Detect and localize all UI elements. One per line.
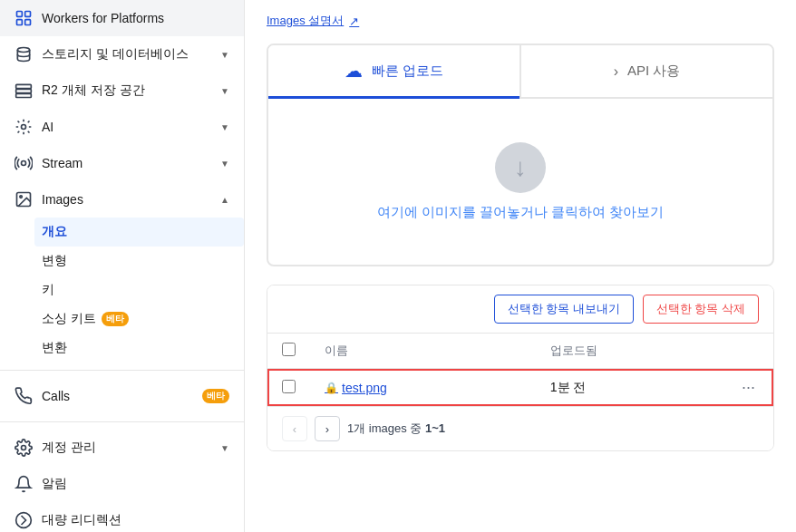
storage-icon bbox=[15, 82, 33, 100]
sidebar-item-stream[interactable]: Stream ▼ bbox=[0, 145, 244, 181]
sidebar-item-storage-db[interactable]: 스토리지 및 데이터베이스 ▼ bbox=[0, 36, 244, 73]
chevron-right-icon: › bbox=[614, 63, 618, 80]
sidebar-sub-item-sourcing-kit[interactable]: 소싱 키트 베타 bbox=[42, 305, 244, 334]
svg-rect-0 bbox=[17, 12, 23, 17]
sidebar-divider-1 bbox=[0, 370, 244, 371]
drop-arrow-icon: ↓ bbox=[495, 142, 546, 193]
sidebar-item-label: Workers for Platforms bbox=[42, 11, 229, 25]
sidebar-item-alerts[interactable]: 알림 bbox=[0, 466, 244, 502]
svg-rect-3 bbox=[25, 20, 31, 25]
table-section: 선택한 항목 내보내기 선택한 항목 삭제 이름 업로드됨 bbox=[267, 285, 774, 451]
box-icon bbox=[15, 9, 33, 27]
images-submenu: 개요 변형 키 소싱 키트 베타 변환 bbox=[0, 218, 244, 363]
sidebar-item-label: 대량 리디렉션 bbox=[42, 512, 229, 528]
redirect-icon bbox=[15, 511, 33, 529]
tab-api-usage-label: API 사용 bbox=[627, 63, 680, 80]
main-content: Images 설명서 ↗ ☁ 빠른 업로드 › API 사용 ↓ 여기에 이미지… bbox=[245, 0, 796, 532]
row-actions-cell: ··· bbox=[723, 369, 773, 407]
sidebar-item-workers-for-platforms[interactable]: Workers for Platforms bbox=[0, 0, 244, 36]
export-button[interactable]: 선택한 항목 내보내기 bbox=[494, 295, 634, 324]
svg-point-8 bbox=[22, 125, 26, 130]
th-name: 이름 bbox=[310, 334, 536, 369]
sidebar-item-label: Images bbox=[42, 192, 211, 207]
chevron-up-icon: ▲ bbox=[220, 195, 229, 205]
svg-point-9 bbox=[22, 161, 26, 166]
sidebar-item-bulk-redirect[interactable]: 대량 리디렉션 bbox=[0, 502, 244, 532]
sidebar-sub-item-transform[interactable]: 변형 bbox=[42, 247, 244, 276]
svg-point-13 bbox=[16, 513, 32, 528]
sidebar-sub-item-overview[interactable]: 개요 bbox=[34, 218, 244, 247]
table-header: 이름 업로드됨 bbox=[267, 334, 773, 369]
sidebar-item-label: 계정 관리 bbox=[42, 440, 211, 456]
table-toolbar: 선택한 항목 내보내기 선택한 항목 삭제 bbox=[267, 285, 773, 334]
tab-api-usage[interactable]: › API 사용 bbox=[519, 45, 772, 97]
lock-icon: 🔒 bbox=[325, 382, 338, 394]
prev-page-button[interactable]: ‹ bbox=[282, 416, 307, 441]
sidebar-item-calls[interactable]: Calls 베타 bbox=[0, 378, 244, 414]
sidebar-sub-item-convert[interactable]: 변환 bbox=[42, 334, 244, 363]
upload-time: 1분 전 bbox=[550, 380, 587, 394]
svg-rect-6 bbox=[16, 89, 32, 92]
pagination: ‹ › 1개 images 중 1~1 bbox=[267, 406, 773, 450]
sidebar-item-label: 스토리지 및 데이터베이스 bbox=[42, 46, 211, 63]
next-page-button[interactable]: › bbox=[315, 416, 340, 441]
bell-icon bbox=[15, 475, 33, 493]
chevron-down-icon: ▼ bbox=[220, 122, 229, 132]
ai-icon bbox=[15, 118, 33, 136]
drop-text: 여기에 이미지를 끌어놓거나 클릭하여 찾아보기 bbox=[377, 204, 665, 221]
th-uploaded: 업로드됨 bbox=[536, 334, 723, 369]
page-info: 1개 images 중 1~1 bbox=[347, 421, 445, 437]
upload-dropzone[interactable]: ↓ 여기에 이미지를 끌어놓거나 클릭하여 찾아보기 bbox=[268, 99, 772, 265]
row-name-cell: 🔒 test.png bbox=[310, 369, 536, 407]
stream-icon bbox=[15, 154, 33, 172]
row-checkbox[interactable] bbox=[282, 380, 296, 393]
upload-tabs: ☁ 빠른 업로드 › API 사용 bbox=[268, 45, 772, 99]
file-link[interactable]: 🔒 test.png bbox=[325, 381, 521, 395]
svg-rect-1 bbox=[25, 12, 31, 17]
sidebar-item-label: Stream bbox=[42, 156, 211, 170]
sidebar-item-r2[interactable]: R2 개체 저장 공간 ▼ bbox=[0, 73, 244, 109]
tab-quick-upload-label: 빠른 업로드 bbox=[372, 63, 443, 80]
svg-point-4 bbox=[17, 48, 29, 53]
chevron-down-icon: ▼ bbox=[220, 159, 229, 169]
sidebar-item-label: R2 개체 저장 공간 bbox=[42, 82, 211, 99]
chevron-down-icon: ▼ bbox=[220, 50, 229, 60]
sidebar-item-images[interactable]: Images ▲ bbox=[0, 181, 244, 218]
upload-cloud-icon: ☁ bbox=[345, 60, 363, 82]
svg-rect-5 bbox=[16, 84, 32, 88]
row-checkbox-cell bbox=[267, 369, 310, 407]
external-link-icon: ↗ bbox=[349, 15, 359, 28]
delete-button[interactable]: 선택한 항목 삭제 bbox=[643, 295, 759, 324]
chevron-down-icon: ▼ bbox=[220, 86, 229, 96]
select-all-checkbox[interactable] bbox=[282, 343, 296, 356]
images-table: 이름 업로드됨 🔒 test.png bbox=[267, 334, 773, 406]
sidebar-item-account-management[interactable]: 계정 관리 ▼ bbox=[0, 430, 244, 466]
sidebar: Workers for Platforms 스토리지 및 데이터베이스 ▼ R2… bbox=[0, 0, 245, 532]
images-docs-link[interactable]: Images 설명서 ↗ bbox=[267, 0, 774, 44]
more-actions-button[interactable]: ··· bbox=[738, 378, 759, 397]
calls-badge: 베타 bbox=[202, 389, 229, 403]
row-uploaded-cell: 1분 전 bbox=[536, 369, 723, 407]
database-icon bbox=[15, 45, 33, 63]
upload-section: ☁ 빠른 업로드 › API 사용 ↓ 여기에 이미지를 끌어놓거나 클릭하여 … bbox=[267, 44, 774, 266]
table-row: 🔒 test.png 1분 전 ··· bbox=[267, 369, 773, 407]
svg-point-11 bbox=[20, 196, 22, 198]
sidebar-item-label: 알림 bbox=[42, 476, 229, 492]
th-checkbox bbox=[267, 334, 310, 369]
sidebar-item-label: AI bbox=[42, 120, 211, 134]
sidebar-divider-2 bbox=[0, 421, 244, 422]
sidebar-item-ai[interactable]: AI ▼ bbox=[0, 109, 244, 145]
svg-rect-2 bbox=[17, 20, 23, 25]
gear-icon bbox=[15, 439, 33, 457]
docs-link-text: Images 설명서 bbox=[267, 13, 344, 29]
table-body: 🔒 test.png 1분 전 ··· bbox=[267, 369, 773, 407]
svg-rect-7 bbox=[16, 93, 32, 97]
sidebar-sub-item-key[interactable]: 키 bbox=[42, 276, 244, 305]
images-icon bbox=[15, 190, 33, 208]
chevron-down-icon: ▼ bbox=[220, 443, 229, 453]
th-actions bbox=[723, 334, 773, 369]
file-name: test.png bbox=[342, 381, 387, 395]
sidebar-item-label: Calls bbox=[42, 389, 193, 403]
svg-point-12 bbox=[22, 446, 26, 450]
tab-quick-upload[interactable]: ☁ 빠른 업로드 bbox=[268, 45, 519, 99]
